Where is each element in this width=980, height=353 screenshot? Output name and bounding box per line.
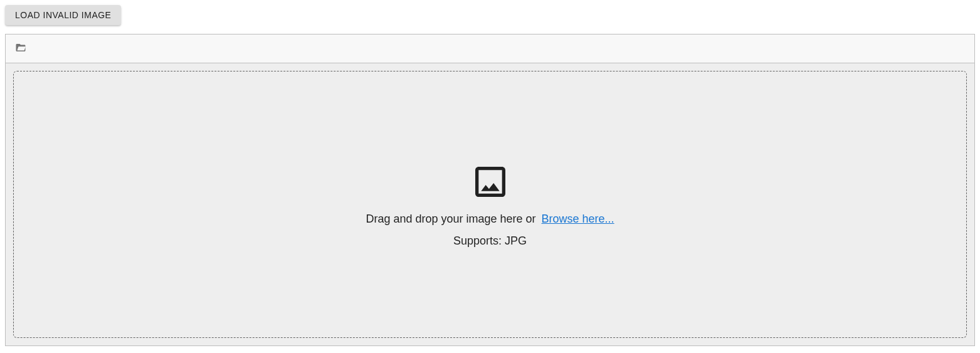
dropzone-instruction: Drag and drop your image here or Browse … — [366, 213, 614, 226]
upload-toolbar — [6, 34, 974, 63]
dropzone-supports-text: Supports: JPG — [453, 234, 527, 248]
load-invalid-image-button[interactable]: LOAD INVALID IMAGE — [5, 5, 121, 25]
dropzone-container: Drag and drop your image here or Browse … — [6, 63, 974, 345]
image-icon — [470, 162, 510, 204]
dropzone[interactable]: Drag and drop your image here or Browse … — [13, 71, 967, 338]
folder-open-icon[interactable] — [14, 42, 27, 55]
upload-panel: Drag and drop your image here or Browse … — [5, 34, 975, 346]
browse-link[interactable]: Browse here... — [542, 213, 614, 225]
dropzone-instruction-text: Drag and drop your image here or — [366, 213, 539, 225]
